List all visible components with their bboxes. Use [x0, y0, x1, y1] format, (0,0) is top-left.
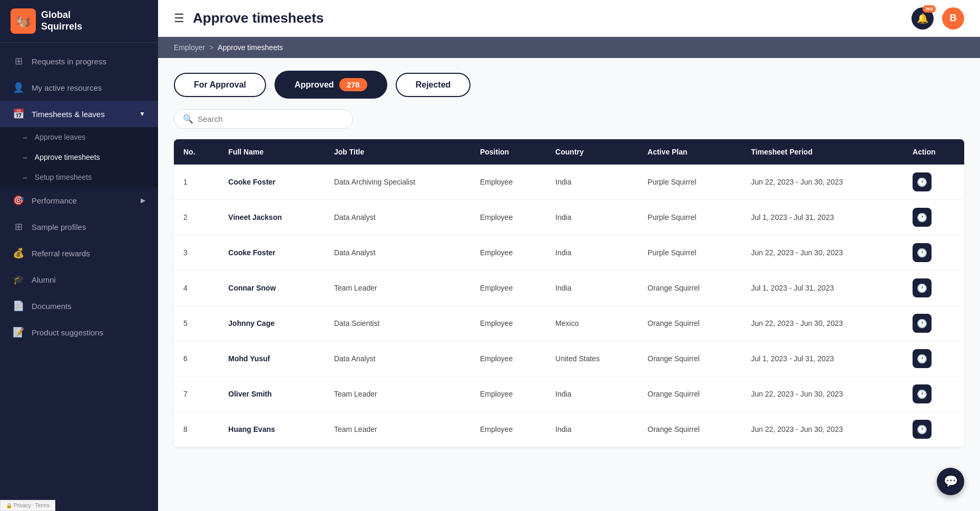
cell-country: India: [546, 200, 638, 235]
topbar-left: ☰ Approve timesheets: [174, 10, 324, 26]
cell-position: Employee: [471, 165, 546, 200]
view-timesheet-button[interactable]: 🕐: [913, 172, 932, 191]
cell-activeplan: Orange Squirrel: [638, 306, 741, 341]
notification-badge: 365: [923, 5, 936, 13]
table-row: 2 Vineet Jackson Data Analyst Employee I…: [174, 200, 964, 235]
sidebar-item-performance[interactable]: 🎯 Performance ▶: [0, 187, 158, 214]
hamburger-menu[interactable]: ☰: [174, 12, 184, 25]
sidebar-label-alumni: Alumni: [32, 275, 56, 284]
view-timesheet-button[interactable]: 🕐: [913, 208, 932, 227]
sidebar-nav: ⊞ Requests in progress 👤 My active resou…: [0, 43, 158, 511]
sidebar-item-product[interactable]: 📝 Product suggestions: [0, 319, 158, 345]
table-row: 8 Huang Evans Team Leader Employee India…: [174, 412, 964, 447]
data-table-wrapper: No. Full Name Job Title Position Country…: [174, 139, 964, 447]
cell-no: 1: [174, 165, 219, 200]
cell-jobtitle: Data Archiving Specialist: [325, 165, 471, 200]
cell-period: Jun 22, 2023 - Jun 30, 2023: [742, 377, 904, 412]
cell-position: Employee: [471, 235, 546, 271]
sidebar-item-resources[interactable]: 👤 My active resources: [0, 74, 158, 101]
logo-container[interactable]: 🐿️ GlobalSquirrels: [0, 0, 158, 43]
cell-activeplan: Orange Squirrel: [638, 412, 741, 447]
table-row: 4 Connar Snow Team Leader Employee India…: [174, 271, 964, 306]
performance-chevron: ▶: [141, 197, 145, 204]
sidebar-item-sample[interactable]: ⊞ Sample profiles: [0, 214, 158, 240]
cell-action: 🕐: [903, 271, 964, 306]
sidebar-item-timesheets[interactable]: 📅 Timesheets & leaves ▼: [0, 101, 158, 127]
chat-icon: 💬: [944, 475, 958, 488]
sidebar-item-approve-timesheets[interactable]: – Approve timesheets: [0, 147, 158, 167]
cell-name: Huang Evans: [219, 412, 325, 447]
cell-activeplan: Orange Squirrel: [638, 377, 741, 412]
requests-icon: ⊞: [13, 55, 24, 67]
sidebar-item-approve-leaves[interactable]: – Approve leaves: [0, 127, 158, 147]
documents-icon: 📄: [13, 300, 24, 312]
logo-icon: 🐿️: [11, 8, 36, 34]
view-timesheet-button[interactable]: 🕐: [913, 420, 932, 439]
cell-name: Cooke Foster: [219, 235, 325, 271]
sidebar-item-documents[interactable]: 📄 Documents: [0, 293, 158, 319]
cell-country: India: [546, 377, 638, 412]
cell-country: India: [546, 412, 638, 447]
approved-count-badge: 278: [339, 78, 367, 91]
tab-rejected[interactable]: Rejected: [396, 73, 471, 97]
breadcrumb-employer[interactable]: Employer: [174, 43, 205, 52]
sidebar-label-referral: Referral rewards: [32, 249, 90, 258]
sample-icon: ⊞: [13, 221, 24, 233]
user-avatar[interactable]: B: [942, 7, 964, 30]
main-content: ☰ Approve timesheets 🔔 365 B Employer > …: [158, 0, 980, 511]
cell-action: 🕐: [903, 341, 964, 377]
view-timesheet-button[interactable]: 🕐: [913, 278, 932, 297]
cell-no: 3: [174, 235, 219, 271]
col-period: Timesheet Period: [742, 139, 904, 165]
content-area: For Approval Approved 278 Rejected 🔍 N: [158, 58, 980, 511]
notification-button[interactable]: 🔔 365: [912, 7, 934, 30]
sidebar-label-setup-timesheets: Setup timesheets: [35, 173, 92, 181]
cell-period: Jun 22, 2023 - Jun 30, 2023: [742, 165, 904, 200]
cell-position: Employee: [471, 377, 546, 412]
cell-period: Jun 22, 2023 - Jun 30, 2023: [742, 306, 904, 341]
search-input[interactable]: [198, 114, 344, 123]
cell-action: 🕐: [903, 200, 964, 235]
cell-period: Jun 22, 2023 - Jun 30, 2023: [742, 412, 904, 447]
tab-for-approval[interactable]: For Approval: [174, 73, 266, 97]
resources-icon: 👤: [13, 82, 24, 93]
referral-icon: 💰: [13, 247, 24, 259]
cell-country: India: [546, 271, 638, 306]
cell-name: Mohd Yusuf: [219, 341, 325, 377]
timesheets-table: No. Full Name Job Title Position Country…: [174, 139, 964, 447]
search-row: 🔍: [174, 109, 964, 129]
sidebar-item-requests[interactable]: ⊞ Requests in progress: [0, 48, 158, 74]
tab-row: For Approval Approved 278 Rejected: [174, 71, 964, 99]
view-timesheet-button[interactable]: 🕐: [913, 349, 932, 368]
sidebar-label-resources: My active resources: [32, 83, 102, 92]
timesheets-chevron: ▼: [139, 110, 145, 118]
chat-fab-button[interactable]: 💬: [937, 468, 964, 495]
sidebar-label-sample: Sample profiles: [32, 223, 86, 232]
cell-activeplan: Purple Squirrel: [638, 235, 741, 271]
view-timesheet-button[interactable]: 🕐: [913, 384, 932, 403]
sidebar-item-referral[interactable]: 💰 Referral rewards: [0, 240, 158, 266]
dash-icon-3: –: [23, 173, 27, 181]
sidebar-item-setup-timesheets[interactable]: – Setup timesheets: [0, 167, 158, 187]
cell-position: Employee: [471, 306, 546, 341]
cell-no: 5: [174, 306, 219, 341]
table-row: 3 Cooke Foster Data Analyst Employee Ind…: [174, 235, 964, 271]
cell-jobtitle: Data Analyst: [325, 341, 471, 377]
view-timesheet-button[interactable]: 🕐: [913, 314, 932, 333]
cell-jobtitle: Team Leader: [325, 377, 471, 412]
sidebar-label-requests: Requests in progress: [32, 57, 106, 66]
cell-period: Jul 1, 2023 - Jul 31, 2023: [742, 271, 904, 306]
cell-jobtitle: Data Scientist: [325, 306, 471, 341]
breadcrumb-current: Approve timesheets: [218, 43, 283, 52]
col-no: No.: [174, 139, 219, 165]
dash-icon-2: –: [23, 153, 27, 161]
cell-no: 4: [174, 271, 219, 306]
cell-activeplan: Purple Squirrel: [638, 200, 741, 235]
table-row: 5 Johnny Cage Data Scientist Employee Me…: [174, 306, 964, 341]
view-timesheet-button[interactable]: 🕐: [913, 243, 932, 262]
cell-no: 2: [174, 200, 219, 235]
tab-approved[interactable]: Approved 278: [275, 71, 387, 99]
sidebar-item-alumni[interactable]: 🎓 Alumni: [0, 266, 158, 293]
col-position: Position: [471, 139, 546, 165]
cell-name: Connar Snow: [219, 271, 325, 306]
